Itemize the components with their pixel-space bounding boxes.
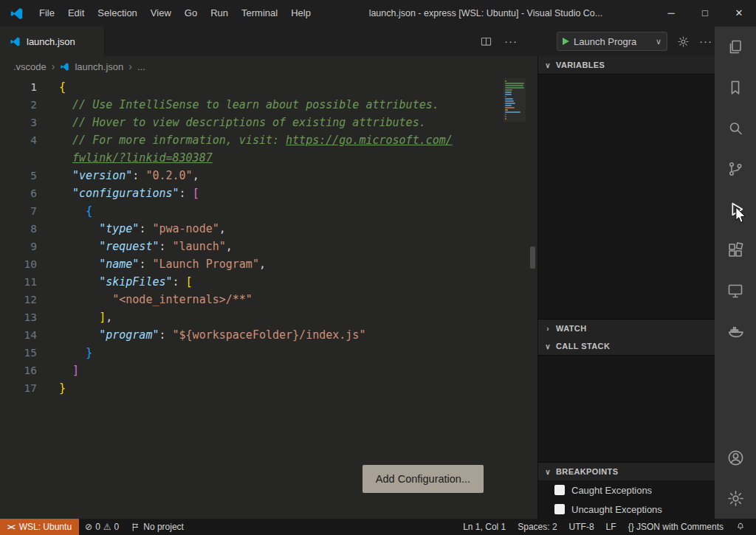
problems-indicator[interactable]: ⊘ 0 ⚠ 0 — [79, 522, 125, 532]
code-row[interactable]: 6 "configurations": [ — [0, 184, 537, 202]
code-row[interactable]: 12 "<node_internals>/**" — [0, 291, 537, 308]
tab-launch-json[interactable]: launch.json — [0, 27, 105, 56]
start-debug-icon[interactable] — [563, 38, 569, 45]
close-icon[interactable]: ✕ — [722, 0, 756, 27]
call-stack-section-header[interactable]: ∨ CALL STACK — [538, 337, 715, 355]
menu-run[interactable]: Run — [204, 0, 235, 27]
eol-sequence[interactable]: LF — [600, 522, 622, 532]
search-icon[interactable] — [715, 108, 756, 148]
debug-settings-gear-icon[interactable] — [677, 35, 690, 48]
cursor-position[interactable]: Ln 1, Col 1 — [457, 522, 512, 532]
line-number[interactable]: 15 — [0, 344, 59, 362]
breadcrumb-symbol[interactable]: ... — [137, 61, 145, 72]
cursor-position-label: Ln 1, Col 1 — [463, 522, 506, 532]
line-number[interactable]: 9 — [0, 238, 59, 255]
debug-more-icon[interactable]: ··· — [699, 38, 712, 45]
breakpoint-uncaught-exceptions[interactable]: Uncaught Exceptions — [538, 500, 715, 519]
variables-content[interactable] — [538, 74, 715, 320]
encoding[interactable]: UTF-8 — [563, 522, 600, 532]
code-row[interactable]: 7 { — [0, 202, 537, 220]
menu-help[interactable]: Help — [284, 0, 317, 27]
code-row[interactable]: fwlink/?linkid=830387 — [0, 149, 537, 167]
menu-file[interactable]: File — [32, 0, 61, 27]
code-row[interactable]: 1{ — [0, 78, 537, 96]
code-row[interactable]: 15 } — [0, 344, 537, 362]
breadcrumb-file[interactable]: launch.json — [75, 61, 123, 72]
minimize-icon[interactable]: ─ — [654, 0, 688, 27]
maximize-icon[interactable]: □ — [688, 0, 722, 27]
line-number[interactable]: 14 — [0, 326, 59, 344]
line-number[interactable]: 2 — [0, 96, 59, 114]
breadcrumb-folder[interactable]: .vscode — [13, 61, 47, 72]
breakpoint-caught-exceptions[interactable]: Caught Exceptions — [538, 480, 715, 500]
account-icon[interactable] — [715, 438, 756, 478]
scrollbar-thumb[interactable] — [530, 246, 535, 269]
menu-go[interactable]: Go — [178, 0, 204, 27]
vscode-logo-icon — [0, 7, 32, 21]
line-number[interactable]: 10 — [0, 255, 59, 273]
menu-selection[interactable]: Selection — [91, 0, 143, 27]
code-row[interactable]: 3 // Hover to view descriptions of exist… — [0, 114, 537, 131]
menu-edit[interactable]: Edit — [61, 0, 91, 27]
line-number[interactable]: 6 — [0, 184, 59, 202]
status-bar-right: Ln 1, Col 1 Spaces: 2 UTF-8 LF {} JSON w… — [457, 522, 756, 532]
variables-section-header[interactable]: ∨ VARIABLES — [538, 56, 715, 74]
menu-view[interactable]: View — [144, 0, 178, 27]
line-number[interactable]: 5 — [0, 167, 59, 184]
code-row[interactable]: 11 "skipFiles": [ — [0, 273, 537, 291]
code-editor[interactable]: 1{2 // Use IntelliSense to learn about p… — [0, 77, 537, 519]
checkbox-unchecked-icon[interactable] — [554, 485, 565, 495]
code-row[interactable]: 2 // Use IntelliSense to learn about pos… — [0, 96, 537, 114]
remote-indicator[interactable]: >< WSL: Ubuntu — [0, 519, 79, 535]
explorer-icon[interactable] — [715, 27, 756, 67]
breakpoints-section-header[interactable]: ∨ BREAKPOINTS — [538, 463, 715, 480]
code-row[interactable]: 14 "program": "${workspaceFolder}/index.… — [0, 326, 537, 344]
extensions-icon[interactable] — [715, 229, 756, 270]
line-number[interactable] — [0, 149, 59, 167]
chevron-down-icon: ∨ — [543, 468, 552, 476]
eol-label: LF — [606, 522, 616, 532]
debug-toolbar: Launch Progra ∨ ··· — [557, 27, 712, 56]
code-row[interactable]: 13 ], — [0, 308, 537, 326]
minimap[interactable] — [504, 78, 526, 122]
more-actions-icon[interactable]: ··· — [504, 38, 518, 45]
code-row[interactable]: 8 "type": "pwa-node", — [0, 220, 537, 238]
tab-label: launch.json — [27, 36, 75, 47]
indentation[interactable]: Spaces: 2 — [512, 522, 563, 532]
line-number[interactable]: 11 — [0, 273, 59, 291]
settings-gear-icon[interactable] — [715, 478, 756, 519]
source-control-icon[interactable] — [715, 148, 756, 189]
split-editor-icon[interactable] — [480, 35, 492, 48]
bookmarks-icon[interactable] — [715, 67, 756, 108]
line-number[interactable]: 16 — [0, 362, 59, 379]
code-row[interactable]: 4 // For more information, visit: https:… — [0, 131, 537, 149]
language-mode[interactable]: {} JSON with Comments — [622, 522, 729, 532]
line-number[interactable]: 7 — [0, 202, 59, 220]
call-stack-content[interactable] — [538, 355, 715, 463]
line-number[interactable]: 8 — [0, 220, 59, 238]
code-row[interactable]: 9 "request": "launch", — [0, 238, 537, 255]
code-row[interactable]: 5 "version": "0.2.0", — [0, 167, 537, 184]
code-row[interactable]: 10 "name": "Launch Program", — [0, 255, 537, 273]
breadcrumb-separator: › — [52, 61, 55, 72]
remote-explorer-icon[interactable] — [715, 270, 756, 311]
notifications-bell-icon[interactable] — [729, 522, 752, 532]
menu-terminal[interactable]: Terminal — [235, 0, 284, 27]
line-number[interactable]: 4 — [0, 131, 59, 149]
code-row[interactable]: 17} — [0, 379, 537, 397]
watch-section-header[interactable]: › WATCH — [538, 320, 715, 337]
breadcrumb: .vscode › launch.json › ... — [0, 56, 537, 77]
line-number[interactable]: 17 — [0, 379, 59, 397]
warning-icon: ⚠ — [103, 522, 111, 532]
docker-icon[interactable] — [715, 311, 756, 351]
line-number[interactable]: 12 — [0, 291, 59, 308]
checkbox-unchecked-icon[interactable] — [554, 504, 565, 514]
no-project-indicator[interactable]: No project — [125, 522, 190, 532]
run-and-debug-icon[interactable] — [715, 189, 756, 229]
launch-config-dropdown[interactable]: Launch Progra ∨ — [557, 32, 667, 51]
add-configuration-button[interactable]: Add Configuration... — [362, 465, 484, 493]
line-number[interactable]: 1 — [0, 78, 59, 96]
line-number[interactable]: 3 — [0, 114, 59, 131]
line-number[interactable]: 13 — [0, 308, 59, 326]
code-row[interactable]: 16 ] — [0, 362, 537, 379]
